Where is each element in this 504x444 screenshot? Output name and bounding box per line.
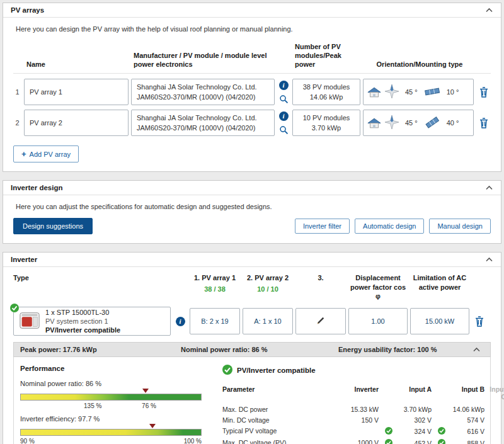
- nominal-tick-2: 76 %: [142, 402, 156, 409]
- nominal-tick-1: 135 %: [84, 402, 101, 409]
- inverter-name: 1 x STP 15000TL-30: [45, 308, 120, 317]
- info-icon[interactable]: i: [279, 81, 289, 90]
- pv-array-name-input[interactable]: PV array 2: [24, 110, 129, 136]
- compat-table: Parameter Inverter Input A Input B Input…: [222, 384, 504, 444]
- design-suggestions-button[interactable]: Design suggestions: [13, 218, 93, 234]
- info-icon[interactable]: i: [176, 317, 185, 326]
- pv-module-select[interactable]: Shanghai JA Solar Technology Co. Ltd. JA…: [131, 79, 275, 105]
- pv-arrays-panel: PV arrays Here you can design the PV arr…: [3, 3, 501, 172]
- module-count-box[interactable]: 38 PV modules 14.06 kWp: [292, 79, 360, 105]
- array1-assignment[interactable]: B: 2 x 19: [190, 308, 240, 334]
- plus-icon: +: [21, 149, 26, 159]
- inverter-title: Inverter: [11, 256, 37, 263]
- pv-arrays-title: PV arrays: [11, 6, 44, 14]
- module-count-box[interactable]: 10 PV modules 3.70 kWp: [292, 110, 360, 136]
- search-module-icon[interactable]: [279, 125, 289, 135]
- inverter-table-header: Type 1. PV array 1 38 / 38 2. PV array 2…: [13, 273, 491, 300]
- efficiency-marker: [149, 424, 156, 428]
- inverter-design-header[interactable]: Inverter design: [3, 181, 501, 195]
- inverter-type-box[interactable]: 1 x STP 15000TL-30 PV system section 1 P…: [13, 307, 171, 336]
- pv-table-header: Name Manufacturer / PV module / module l…: [13, 40, 491, 74]
- col-manufacturer: Manufacturer / PV module / module level …: [131, 52, 275, 69]
- inverter-details: Performance Nominal power ratio: 86 % 13…: [13, 357, 491, 444]
- cos-phi-value[interactable]: 1.00: [348, 308, 408, 334]
- array2-assignment[interactable]: A: 1 x 10: [243, 308, 293, 334]
- col-ac-limit: Limitation of AC active power: [410, 273, 469, 292]
- col-cos-phi: Displacement power factor cos φ: [348, 273, 408, 300]
- edit-pencil-icon: [316, 316, 325, 326]
- inverter-design-title: Inverter design: [11, 184, 62, 191]
- check-icon: [10, 304, 19, 312]
- orientation-box[interactable]: 45 ° 40 °: [363, 110, 474, 136]
- nominal-ratio-label: Nominal power ratio: 86 %: [20, 380, 206, 387]
- check-icon: [385, 439, 392, 444]
- nominal-marker: [142, 389, 149, 393]
- delete-pv-array-icon[interactable]: [476, 87, 491, 98]
- compatibility-section: PV/Inverter compatible Parameter Inverte…: [222, 365, 504, 444]
- col-type: Type: [13, 273, 171, 282]
- pv-module-select[interactable]: Shanghai JA Solar Technology Co. Ltd. JA…: [131, 110, 275, 136]
- chevron-up-icon[interactable]: [472, 347, 484, 352]
- peak-power: Peak power: 17.76 kWp: [20, 346, 181, 353]
- azimuth-value: 45 °: [405, 119, 418, 127]
- compat-status: PV/Inverter compatible: [45, 326, 120, 334]
- manual-design-button[interactable]: Manual design: [429, 219, 491, 234]
- check-icon: [385, 427, 392, 436]
- inverter-filter-button[interactable]: Inverter filter: [295, 219, 350, 234]
- page: PV arrays Here you can design the PV arr…: [0, 0, 504, 444]
- inverter-image: [19, 311, 40, 331]
- azimuth-value: 45 °: [405, 88, 418, 96]
- tilt-panel-icon: [423, 86, 441, 98]
- col-input-c: Input C: [484, 384, 504, 404]
- col-modules: Number of PV modules/Peak power: [292, 43, 360, 69]
- roof-planning-icon[interactable]: [367, 117, 381, 129]
- compass-icon: [384, 84, 399, 100]
- orientation-box[interactable]: 45 ° 10 °: [363, 79, 474, 105]
- row-number: 2: [13, 119, 21, 127]
- ac-limit-value[interactable]: 15.00 kW: [410, 308, 469, 334]
- add-pv-array-button[interactable]: +Add PV array: [13, 145, 79, 162]
- efficiency-bar: 90 % 100 %: [20, 424, 202, 444]
- col-array2: 2. PV array 2 10 / 10: [243, 273, 293, 293]
- compat-heading: PV/Inverter compatible: [237, 367, 316, 374]
- inverter-design-description: Here you can adjust the specifications f…: [16, 203, 491, 210]
- col-orientation: Orientation/Mounting type: [363, 60, 474, 69]
- array2-count: 10 / 10: [243, 285, 293, 293]
- col-name: Name: [24, 60, 129, 69]
- nominal-ratio-bar: 135 % 76 %: [20, 389, 202, 411]
- energy-usability-factor: Energy usability factor: 100 %: [338, 346, 472, 353]
- info-icon[interactable]: i: [279, 111, 289, 121]
- inverter-panel: Inverter Type 1. PV array 1 38 / 38 2. P…: [3, 252, 501, 444]
- inverter-row: 1 x STP 15000TL-30 PV system section 1 P…: [13, 307, 491, 336]
- pv-arrays-description: Here you can design the PV array with th…: [16, 25, 491, 33]
- roof-planning-icon[interactable]: [367, 86, 381, 98]
- inverter-header[interactable]: Inverter: [3, 253, 501, 267]
- delete-inverter-icon[interactable]: [472, 316, 487, 327]
- check-icon: [438, 439, 445, 444]
- automatic-design-button[interactable]: Automatic design: [355, 219, 424, 234]
- compass-icon: [384, 115, 399, 131]
- row-number: 1: [13, 88, 21, 96]
- col-input-a: Input A: [379, 384, 432, 404]
- search-module-icon[interactable]: [279, 94, 289, 104]
- array1-count: 38 / 38: [190, 285, 240, 293]
- tilt-value: 10 °: [447, 88, 459, 96]
- col-parameter: Parameter: [222, 384, 337, 404]
- chevron-up-icon[interactable]: [485, 185, 493, 190]
- check-icon: [222, 365, 232, 376]
- pv-arrays-header[interactable]: PV arrays: [3, 3, 501, 18]
- pv-array-row: 2 PV array 2 Shanghai JA Solar Technolog…: [13, 110, 491, 136]
- eff-tick-1: 90 %: [20, 438, 35, 444]
- delete-pv-array-icon[interactable]: [476, 118, 491, 128]
- performance-section: Performance Nominal power ratio: 86 % 13…: [20, 365, 206, 444]
- chevron-up-icon[interactable]: [485, 8, 493, 13]
- inverter-summary-bar[interactable]: Peak power: 17.76 kWp Nominal power rati…: [13, 342, 491, 357]
- pv-array-row: 1 PV array 1 Shanghai JA Solar Technolog…: [13, 79, 491, 105]
- array3-assignment[interactable]: [295, 308, 346, 334]
- system-section: PV system section 1: [45, 317, 120, 326]
- tilt-panel-icon: [423, 116, 441, 130]
- check-icon: [438, 427, 445, 436]
- tilt-value: 40 °: [447, 119, 459, 127]
- pv-array-name-input[interactable]: PV array 1: [24, 79, 129, 105]
- chevron-up-icon[interactable]: [485, 257, 493, 262]
